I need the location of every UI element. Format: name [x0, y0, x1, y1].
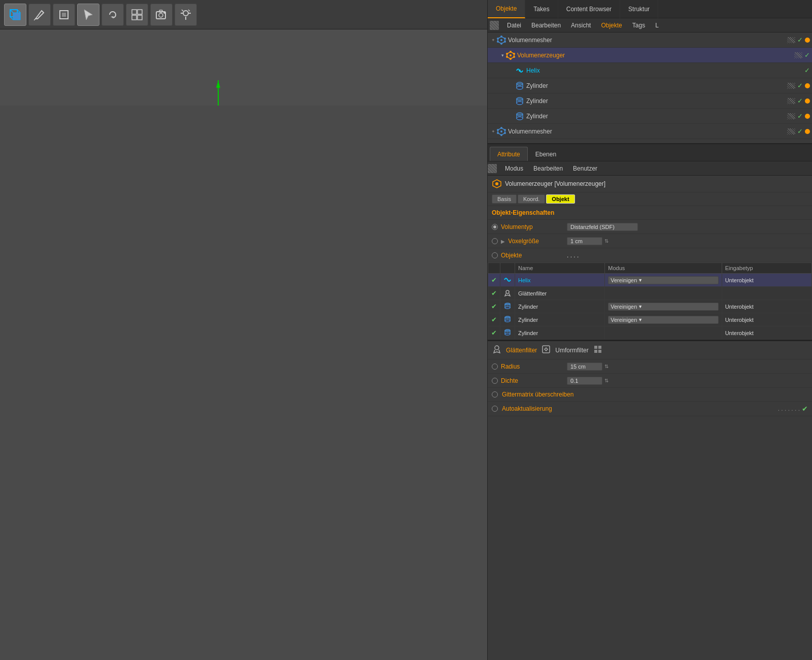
svg-rect-13 — [138, 15, 142, 20]
tree-expand-helix[interactable] — [508, 67, 515, 74]
prop-autoaktualisierung[interactable]: Autoaktualisierung . . . . . . . ✔ — [488, 402, 812, 416]
table-row[interactable]: ✔ Helix Vereinigen ▼ Unterobjekt — [488, 274, 812, 287]
tab-takes[interactable]: Takes — [525, 0, 558, 18]
tool-grid[interactable] — [126, 4, 148, 26]
prop-voxelgroesse[interactable]: ▶ Voxelgröße 1 cm ⇅ — [488, 234, 812, 248]
tree-expand-volumenerzeuger[interactable]: ▾ — [499, 52, 506, 59]
menu-objekte[interactable]: Objekte — [596, 18, 627, 32]
tree-row-zylinder1[interactable]: Zylinder ✓ — [488, 78, 812, 93]
menu-datei[interactable]: Datei — [502, 18, 526, 32]
input-dichte[interactable]: 0.1 — [567, 377, 602, 385]
expand-arrow-voxel[interactable]: ▶ — [501, 239, 505, 244]
tab-attribute[interactable]: Attribute — [490, 147, 528, 161]
hash-icon-attr — [488, 164, 497, 173]
svg-point-105 — [517, 117, 523, 120]
check-glatten: ✔ — [491, 289, 497, 297]
prop-gittermatrix[interactable]: Gittermatrix überschreiben — [488, 388, 812, 402]
tool-rotate[interactable] — [101, 4, 124, 26]
svg-point-85 — [500, 43, 502, 45]
dropdown-volumentyp[interactable]: Distanzfeld (SDF) — [567, 223, 638, 231]
radio-dichte[interactable] — [492, 378, 498, 384]
svg-rect-12 — [132, 15, 137, 20]
attr-menu-benutzer[interactable]: Benutzer — [568, 161, 602, 176]
prop-objekte[interactable]: Objekte . . . . — [488, 248, 812, 262]
table-row[interactable]: ✔ Glättenfilter — [488, 287, 812, 300]
dot-orange-4 — [805, 98, 810, 104]
viewport-toolbar — [0, 0, 487, 29]
tab-objekte[interactable]: Objekte — [488, 0, 525, 18]
td-modus-z2[interactable]: Vereinigen ▼ — [605, 313, 722, 326]
radio-volumentyp[interactable] — [492, 224, 498, 230]
tool-camera[interactable] — [150, 4, 173, 26]
zylinder3-icon — [515, 112, 524, 121]
svg-marker-8 — [84, 10, 92, 20]
radio-gittermatrix[interactable] — [492, 391, 498, 398]
tab-ebenen[interactable]: Ebenen — [528, 147, 564, 161]
td-check-z3[interactable]: ✔ — [488, 326, 500, 340]
tree-row-helix[interactable]: Helix ✓ — [488, 63, 812, 78]
svg-point-82 — [500, 36, 502, 38]
prop-radius[interactable]: Radius 15 cm ⇅ — [488, 359, 812, 374]
tree-row-volumenerzeuger[interactable]: ▾ Volumenerzeuger ✓ — [488, 48, 812, 63]
table-row[interactable]: ✔ Zylinder Vereinigen ▼ Unterobjek — [488, 313, 812, 326]
td-check-glatten[interactable]: ✔ — [488, 287, 500, 300]
tree-expand-zylinder2[interactable] — [508, 97, 515, 105]
td-check-z1[interactable]: ✔ — [488, 300, 500, 313]
prop-volumentyp[interactable]: Volumentyp Distanzfeld (SDF) — [488, 220, 812, 234]
td-check-z2[interactable]: ✔ — [488, 313, 500, 326]
radio-radius[interactable] — [492, 364, 498, 370]
attr-menu-bearbeiten[interactable]: Bearbeiten — [528, 161, 568, 176]
modus-dropdown-z2[interactable]: Vereinigen ▼ — [608, 316, 718, 324]
radio-voxelgroesse[interactable] — [492, 238, 498, 244]
menu-bearbeiten[interactable]: Bearbeiten — [526, 18, 566, 32]
value-radius: 15 cm ⇅ — [567, 362, 808, 371]
viewport[interactable]: ✛ ⇕ ↻ ⛶ — [0, 0, 487, 660]
tool-pen[interactable] — [28, 4, 51, 26]
radio-objekte[interactable] — [492, 252, 498, 258]
tree-expand-volumenmesher1[interactable]: + — [490, 37, 497, 44]
input-radius[interactable]: 15 cm — [567, 362, 602, 371]
sub-tab-koord[interactable]: Koord. — [518, 194, 545, 204]
tool-light[interactable] — [175, 4, 197, 26]
svg-point-108 — [500, 127, 502, 129]
td-modus-z1[interactable]: Vereinigen ▼ — [605, 300, 722, 313]
tree-row-zylinder3[interactable]: Zylinder ✓ — [488, 109, 812, 124]
filter-tab-glatten[interactable]: Glättenfilter — [506, 347, 537, 354]
tool-move[interactable] — [53, 4, 75, 26]
tree-expand-volumenmesher2[interactable]: + — [490, 128, 497, 135]
tab-content-browser[interactable]: Content Browser — [558, 0, 620, 18]
sub-tab-objekt[interactable]: Objekt — [546, 194, 574, 204]
modus-dropdown-z1[interactable]: Vereinigen ▼ — [608, 303, 718, 311]
modus-dropdown-helix[interactable]: Vereinigen ▼ — [608, 276, 718, 284]
filter-tab-umform[interactable]: Umformfilter — [555, 347, 588, 354]
input-voxelgroesse[interactable]: 1 cm — [567, 237, 602, 245]
sub-tab-basis[interactable]: Basis — [492, 194, 517, 204]
tool-select[interactable] — [77, 4, 99, 26]
tab-struktur[interactable]: Struktur — [620, 0, 658, 18]
extra-filter-icon[interactable] — [593, 344, 603, 356]
td-icon-z1 — [500, 300, 515, 313]
attr-menu-modus[interactable]: Modus — [500, 161, 528, 176]
menu-l[interactable]: L — [650, 18, 664, 32]
td-name-z1: Zylinder — [515, 300, 605, 313]
umform-icon — [541, 344, 551, 356]
table-row[interactable]: ✔ Zylinder Unterobjekt — [488, 326, 812, 340]
radio-auto[interactable] — [492, 406, 498, 412]
tree-row-volumenmesher1[interactable]: + Volumenmesher ✓ — [488, 32, 812, 48]
dot-orange-1 — [805, 38, 810, 43]
td-modus-helix[interactable]: Vereinigen ▼ — [605, 274, 722, 287]
tree-row-volumenmesher2[interactable]: + Volumenmesher ✓ — [488, 124, 812, 139]
table-row[interactable]: ✔ Zylinder Vereinigen ▼ Unterobjek — [488, 300, 812, 313]
td-eingabe-z2: Unterobjekt — [722, 313, 811, 326]
tool-cube[interactable] — [4, 4, 26, 26]
tree-row-zylinder2[interactable]: Zylinder ✓ — [488, 93, 812, 109]
tree-expand-zylinder3[interactable] — [508, 113, 515, 120]
objects-table: Name Modus Eingabetyp ✔ Helix — [488, 262, 812, 340]
td-check-helix[interactable]: ✔ — [488, 274, 500, 287]
menu-bar: Datei Bearbeiten Ansicht Objekte Tags L — [488, 18, 812, 32]
tree-expand-zylinder1[interactable] — [508, 82, 515, 89]
menu-tags[interactable]: Tags — [627, 18, 650, 32]
svg-line-23 — [188, 10, 190, 11]
prop-dichte[interactable]: Dichte 0.1 ⇅ — [488, 374, 812, 388]
menu-ansicht[interactable]: Ansicht — [566, 18, 596, 32]
